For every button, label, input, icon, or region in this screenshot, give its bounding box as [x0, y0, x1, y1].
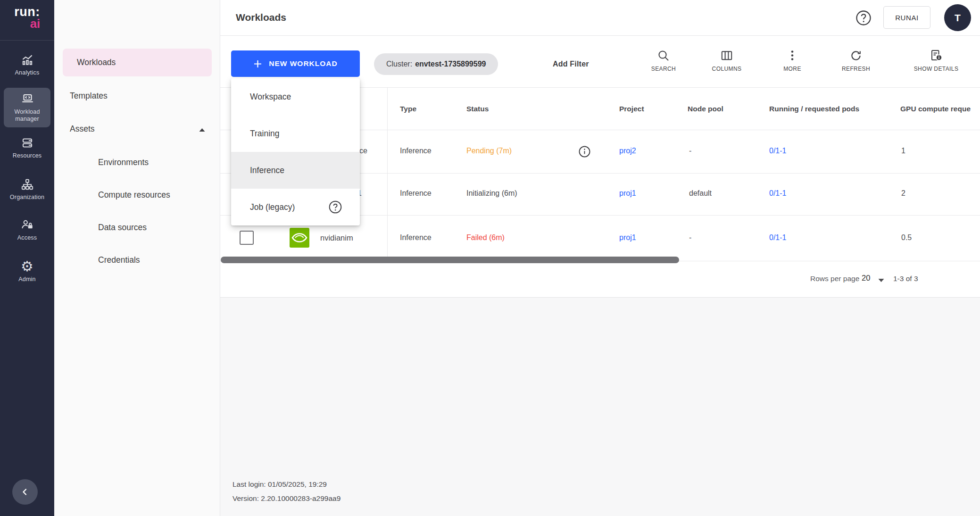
cell-project-link[interactable]: proj1 — [619, 233, 636, 242]
horizontal-scrollbar[interactable] — [221, 257, 679, 263]
refresh-button[interactable]: REFRESH — [835, 49, 877, 80]
rail-item-workload-manager[interactable]: Workload manager — [4, 88, 50, 127]
plus-icon — [253, 59, 262, 68]
menu-item-workspace[interactable]: Workspace — [231, 78, 360, 115]
resources-icon — [4, 136, 50, 150]
cluster-filter-value: envtest-1735899599 — [415, 60, 486, 68]
column-header-node-pool[interactable]: Node pool — [688, 105, 723, 113]
columns-icon — [706, 49, 748, 63]
admin-gear-icon: ⚙ — [4, 259, 50, 274]
page-title: Workloads — [236, 12, 286, 23]
cell-type: Inference — [400, 233, 432, 242]
rail-item-resources[interactable]: Resources — [4, 136, 50, 159]
help-button[interactable] — [855, 9, 872, 27]
subnav-item-workloads[interactable]: Workloads — [63, 49, 212, 76]
nav-rail: run: ai Analytics Workload manager — [0, 0, 54, 516]
assets-collapse-caret-icon[interactable] — [199, 125, 206, 134]
search-button[interactable]: SEARCH — [642, 49, 685, 80]
cell-gpu: 2 — [901, 189, 905, 198]
cell-node-pool: - — [689, 233, 691, 242]
cell-status: Pending (7m) — [466, 147, 512, 155]
menu-item-inference[interactable]: Inference — [231, 152, 360, 189]
rows-per-page-caret-icon[interactable] — [878, 276, 885, 284]
nvidia-logo-icon — [289, 227, 310, 250]
refresh-icon — [835, 49, 877, 63]
new-workload-dropdown: Workspace Training Inference Job (legacy… — [231, 78, 360, 225]
subnav-item-templates[interactable]: Templates — [70, 89, 108, 103]
user-avatar[interactable]: T — [944, 4, 971, 31]
show-details-icon — [903, 49, 969, 63]
menu-item-job-legacy[interactable]: Job (legacy) — [231, 189, 360, 225]
access-icon — [4, 218, 50, 232]
rail-item-access[interactable]: Access — [4, 218, 50, 241]
rail-item-admin[interactable]: ⚙ Admin — [4, 259, 50, 283]
help-icon — [855, 9, 872, 27]
column-header-project[interactable]: Project — [619, 105, 644, 113]
cell-status: Initializing (6m) — [466, 189, 517, 198]
cell-node-pool: - — [689, 147, 691, 155]
analytics-icon — [4, 53, 50, 67]
subnav-item-compute-resources[interactable]: Compute resources — [98, 188, 170, 202]
cell-status: Failed (6m) — [466, 233, 505, 242]
page-header: Workloads RUNAI T — [220, 0, 980, 36]
column-header-pods[interactable]: Running / requested pods — [769, 105, 859, 113]
add-filter-button[interactable]: Add Filter — [553, 53, 589, 75]
search-icon — [642, 49, 685, 63]
subnav-item-environments[interactable]: Environments — [98, 155, 149, 169]
subnav-item-assets[interactable]: Assets — [70, 122, 95, 136]
rail-item-analytics[interactable]: Analytics — [4, 53, 50, 76]
logo-run-text: run: — [0, 6, 54, 18]
show-details-button[interactable]: SHOW DETAILS — [903, 49, 969, 80]
pagination-range: 1-3 of 3 — [893, 275, 918, 283]
more-vertical-icon — [773, 49, 811, 63]
runai-console: run: ai Analytics Workload manager — [0, 0, 980, 516]
logo-ai-text: ai — [0, 17, 54, 30]
rail-item-organization[interactable]: Organization — [4, 177, 50, 201]
cell-project-link[interactable]: proj2 — [619, 147, 636, 155]
menu-item-training[interactable]: Training — [231, 115, 360, 152]
chevron-left-icon — [19, 486, 31, 498]
cell-gpu: 0.5 — [901, 233, 912, 242]
table-column-divider — [387, 87, 388, 261]
column-header-gpu-compute[interactable]: GPU compute reque — [900, 105, 980, 113]
workload-manager-icon — [4, 92, 50, 106]
workload-manager-subnav: Workloads Templates Assets Environments … — [54, 0, 220, 516]
organization-icon — [4, 177, 50, 191]
last-login-text: Last login: 01/05/2025, 19:29 — [233, 480, 327, 489]
cell-type: Inference — [400, 189, 432, 198]
org-switcher-button[interactable]: RUNAI — [883, 6, 930, 29]
subnav-item-data-sources[interactable]: Data sources — [98, 220, 147, 234]
cluster-filter-chip[interactable]: Cluster: envtest-1735899599 — [374, 53, 498, 75]
cell-pods-link[interactable]: 0/1-1 — [769, 233, 786, 242]
rail-divider — [0, 40, 54, 41]
column-header-status[interactable]: Status — [466, 105, 489, 113]
rows-per-page-select[interactable]: 20 — [862, 274, 870, 283]
cell-node-pool: default — [689, 189, 712, 198]
status-info-icon[interactable] — [578, 145, 591, 160]
new-workload-button[interactable]: NEW WORKLOAD — [231, 50, 360, 77]
columns-button[interactable]: COLUMNS — [706, 49, 748, 80]
subnav-item-credentials[interactable]: Credentials — [98, 253, 140, 267]
more-button[interactable]: MORE — [773, 49, 811, 80]
cell-pods-link[interactable]: 0/1-1 — [769, 147, 786, 155]
cell-type: Inference — [400, 147, 432, 155]
column-header-type[interactable]: Type — [400, 105, 416, 113]
cell-pods-link[interactable]: 0/1-1 — [769, 189, 786, 198]
sidebar-collapse-button[interactable] — [12, 479, 38, 505]
version-text: Version: 2.20.10000283-a299aa9 — [233, 494, 341, 503]
rows-per-page-label: Rows per page — [810, 275, 859, 283]
job-legacy-help-icon[interactable] — [328, 200, 343, 217]
runai-logo: run: ai — [0, 6, 54, 30]
row-checkbox[interactable] — [240, 231, 254, 245]
cell-project-link[interactable]: proj1 — [619, 189, 636, 198]
cell-gpu: 1 — [901, 147, 905, 155]
workload-name: nvidianim — [320, 233, 353, 242]
